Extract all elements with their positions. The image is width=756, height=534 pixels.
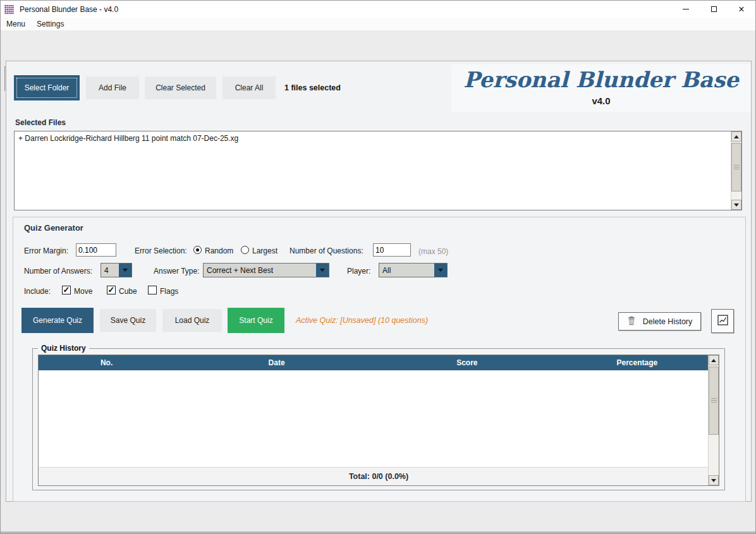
error-margin-input[interactable]: [76, 243, 116, 257]
app-window: { "window": { "title": "Personal Blunder…: [0, 0, 756, 534]
window-bottom-area: [1, 502, 755, 534]
quiz-history-table[interactable]: No. Date Score Percentage Total: 0/0 (0.…: [38, 355, 719, 486]
chevron-down-icon[interactable]: [119, 264, 131, 277]
arrow-down-icon: [734, 203, 739, 207]
grip-icon: [734, 165, 740, 170]
tabstrip: Single Match Batch Processing Quiz: [1, 30, 755, 61]
window-bottom-edge: [1, 531, 755, 533]
load-quiz-button[interactable]: Load Quiz: [162, 309, 222, 332]
checkbox-move[interactable]: ✓: [62, 286, 71, 294]
start-quiz-button[interactable]: Start Quiz: [228, 308, 284, 333]
maximize-button[interactable]: [700, 1, 728, 18]
delete-history-label: Delete History: [643, 317, 693, 326]
menu-item-menu[interactable]: Menu: [1, 20, 31, 28]
arrow-down-icon: [438, 269, 443, 272]
grip-icon: [711, 398, 717, 403]
column-header-score[interactable]: Score: [379, 355, 556, 370]
files-selected-status: 1 files selected: [284, 83, 341, 92]
active-quiz-status: Active Quiz: [Unsaved] (10 questions): [296, 316, 428, 325]
column-header-date[interactable]: Date: [174, 355, 379, 370]
statistics-button[interactable]: [711, 309, 734, 333]
player-label: Player:: [347, 267, 370, 276]
number-of-questions-label: Number of Questions:: [290, 246, 363, 255]
radio-largest[interactable]: [241, 246, 249, 254]
arrow-up-icon: [711, 359, 716, 362]
select-value: 4: [101, 264, 119, 277]
window-controls: ×: [672, 1, 755, 18]
close-icon: ×: [738, 4, 744, 15]
close-button[interactable]: ×: [728, 1, 755, 18]
error-selection-label: Error Selection:: [135, 246, 187, 255]
scroll-up-button[interactable]: [709, 355, 719, 365]
brand-title: Personal Blunder Base: [451, 64, 751, 95]
radio-largest-label: Largest: [252, 246, 277, 255]
save-quiz-button[interactable]: Save Quiz: [100, 309, 156, 332]
error-margin-label: Error Margin:: [24, 246, 68, 255]
radio-random-label: Random: [205, 246, 233, 255]
list-item[interactable]: + Darren Lockridge-Richard Hillberg 11 p…: [15, 131, 741, 143]
chevron-down-icon[interactable]: [316, 264, 329, 277]
scroll-down-button[interactable]: [731, 200, 741, 210]
menubar: Menu Settings: [1, 18, 755, 30]
brand-version: v4.0: [451, 95, 751, 106]
titlebar: Personal Blunder Base - v4.0 ×: [1, 1, 755, 18]
answer-type-select[interactable]: Correct + Next Best: [203, 263, 329, 277]
scroll-thumb[interactable]: [709, 367, 719, 435]
select-value: All: [379, 264, 434, 277]
quiz-history-group: Quiz History No. Date Score Percentage T…: [32, 348, 725, 490]
maximize-icon: [711, 6, 717, 12]
checkbox-cube[interactable]: ✓: [107, 286, 116, 294]
column-header-percentage[interactable]: Percentage: [556, 355, 719, 370]
quiz-tab-page: Select Folder Add File Clear Selected Cl…: [6, 61, 752, 502]
checkbox-flags-label: Flags: [160, 287, 178, 296]
column-header-no[interactable]: No.: [39, 355, 174, 370]
history-total: Total: 0/0 (0.0%): [39, 467, 719, 485]
delete-history-button[interactable]: Delete History: [618, 312, 701, 331]
branding: Personal Blunder Base v4.0: [451, 64, 751, 112]
scroll-track[interactable]: [731, 142, 741, 200]
clear-all-button[interactable]: Clear All: [223, 76, 276, 99]
quiz-generator-label: Quiz Generator: [24, 223, 83, 233]
minimize-button[interactable]: [672, 1, 700, 18]
chart-icon: [717, 314, 729, 329]
radio-random[interactable]: [193, 246, 202, 254]
answer-type-label: Answer Type:: [154, 267, 199, 276]
history-scrollbar[interactable]: [708, 355, 719, 485]
arrow-down-icon: [123, 269, 128, 272]
scroll-track[interactable]: [709, 365, 719, 475]
filelist-scrollbar[interactable]: [731, 131, 741, 210]
add-file-button[interactable]: Add File: [86, 76, 139, 99]
window-title: Personal Blunder Base - v4.0: [20, 5, 118, 14]
selected-files-label: Selected Files: [15, 118, 66, 127]
quiz-history-label: Quiz History: [38, 344, 89, 353]
chevron-down-icon[interactable]: [434, 264, 447, 277]
max-questions-hint: (max 50): [418, 247, 448, 256]
clear-selected-button[interactable]: Clear Selected: [145, 76, 216, 99]
quiz-generator-panel: Quiz Generator Error Margin: Error Selec…: [13, 217, 746, 502]
include-label: Include:: [24, 287, 51, 296]
generate-quiz-button[interactable]: Generate Quiz: [21, 308, 94, 333]
scroll-down-button[interactable]: [709, 475, 719, 485]
menu-item-settings[interactable]: Settings: [31, 20, 70, 28]
arrow-down-icon: [320, 269, 325, 272]
selected-files-list[interactable]: + Darren Lockridge-Richard Hillberg 11 p…: [14, 131, 742, 210]
app-icon: [4, 4, 15, 15]
select-value: Correct + Next Best: [204, 264, 316, 277]
arrow-up-icon: [734, 135, 739, 138]
table-header-row: No. Date Score Percentage: [39, 355, 719, 370]
number-of-answers-label: Number of Answers:: [24, 267, 92, 276]
checkbox-flags[interactable]: [148, 286, 157, 294]
number-of-questions-input[interactable]: [373, 243, 411, 257]
arrow-down-icon: [711, 479, 716, 482]
player-select[interactable]: All: [379, 263, 448, 277]
scroll-thumb[interactable]: [731, 143, 741, 191]
number-of-answers-select[interactable]: 4: [101, 263, 132, 277]
checkbox-cube-label: Cube: [119, 287, 137, 296]
select-folder-button[interactable]: Select Folder: [14, 75, 80, 100]
table-body-empty: [39, 370, 719, 467]
scroll-up-button[interactable]: [731, 131, 741, 142]
checkbox-move-label: Move: [74, 287, 92, 296]
minimize-icon: [683, 9, 689, 9]
trash-icon: [627, 316, 636, 327]
